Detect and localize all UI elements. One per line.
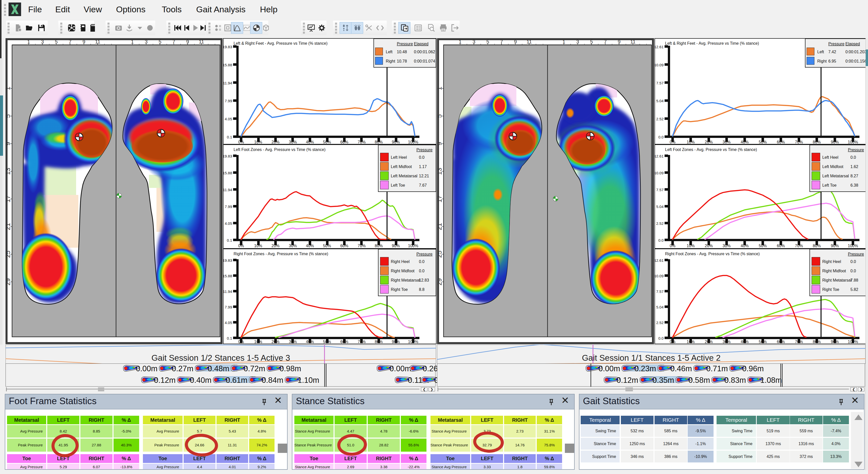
- svg-text:0.0: 0.0: [658, 135, 663, 139]
- svg-text:10%: 10%: [687, 140, 695, 144]
- svg-text:Right Metatarsal: Right Metatarsal: [822, 278, 852, 282]
- svg-text:Right: Right: [386, 59, 395, 63]
- svg-text:100%: 100%: [408, 340, 418, 344]
- svg-text:0%: 0%: [238, 140, 244, 144]
- svg-text:Gait Session 1/1 Stances 1-5: Gait Session 1/1 Stances 1-5 Active 2: [582, 353, 720, 362]
- svg-text:0.0: 0.0: [850, 269, 856, 273]
- svg-text:30%: 30%: [289, 244, 297, 248]
- svg-text:10%: 10%: [254, 140, 262, 144]
- svg-text:5.04: 5.04: [656, 204, 663, 209]
- svg-text:5.04: 5.04: [656, 99, 663, 103]
- svg-text:Left Metatarsal: Left Metatarsal: [822, 174, 849, 178]
- svg-text:7.67: 7.67: [419, 183, 427, 187]
- svg-text:Left Foot Zones - Avg. Pressur: Left Foot Zones - Avg. Pressure vs Time …: [234, 148, 326, 152]
- svg-text:20%: 20%: [705, 244, 713, 248]
- svg-text:5.04: 5.04: [656, 305, 663, 309]
- svg-text:19.83: 19.83: [223, 258, 232, 262]
- svg-text:30%: 30%: [722, 340, 731, 344]
- svg-text:0.1: 0.1: [227, 336, 232, 340]
- svg-text:0.0: 0.0: [419, 259, 425, 264]
- svg-text:Left Metatarsal: Left Metatarsal: [391, 174, 417, 178]
- svg-text:10%: 10%: [687, 244, 695, 248]
- svg-text:60%: 60%: [777, 340, 785, 344]
- svg-text:15.88: 15.88: [223, 63, 232, 67]
- svg-text:0.0: 0.0: [850, 155, 856, 159]
- svg-text:30%: 30%: [722, 244, 731, 248]
- svg-text:Left: Left: [386, 50, 393, 54]
- svg-text:7.42: 7.42: [828, 50, 836, 54]
- svg-text:0%: 0%: [238, 244, 244, 248]
- svg-text:0.0: 0.0: [419, 269, 425, 273]
- svg-text:0%: 0%: [238, 340, 244, 344]
- svg-text:Right Toe: Right Toe: [822, 287, 839, 292]
- svg-text:20%: 20%: [705, 140, 713, 144]
- svg-text:Left Toe: Left Toe: [391, 183, 405, 187]
- svg-text:0%: 0%: [670, 244, 675, 248]
- svg-text:100%: 100%: [848, 140, 858, 144]
- svg-text:Right Midfoot: Right Midfoot: [822, 269, 846, 273]
- svg-text:80%: 80%: [813, 140, 821, 144]
- svg-text:19.83: 19.83: [223, 45, 232, 49]
- svg-text:50%: 50%: [759, 140, 767, 144]
- svg-text:100%: 100%: [848, 340, 858, 344]
- svg-text:40%: 40%: [741, 340, 749, 344]
- svg-text:Left Toe: Left Toe: [822, 183, 837, 187]
- svg-text:90%: 90%: [392, 244, 400, 248]
- svg-text:90%: 90%: [831, 140, 839, 144]
- svg-text:Right: Right: [817, 59, 827, 63]
- svg-text:0.0: 0.0: [658, 238, 663, 243]
- svg-text:70%: 70%: [358, 140, 366, 144]
- svg-text:15.88: 15.88: [223, 274, 232, 278]
- svg-text:0%: 0%: [670, 340, 675, 344]
- svg-text:10.09: 10.09: [654, 274, 663, 278]
- svg-text:10.48: 10.48: [397, 50, 407, 54]
- svg-text:0:00:01.203: 0:00:01.203: [845, 50, 867, 54]
- svg-text:60%: 60%: [777, 244, 785, 248]
- svg-text:12.83: 12.83: [419, 278, 429, 282]
- svg-text:7.57: 7.57: [656, 188, 663, 192]
- svg-text:7.99: 7.99: [225, 305, 232, 309]
- svg-text:0:00:01.074: 0:00:01.074: [414, 59, 435, 63]
- svg-text:Elapsed: Elapsed: [414, 42, 429, 46]
- svg-text:2.52: 2.52: [656, 221, 663, 226]
- svg-text:50%: 50%: [323, 244, 331, 248]
- svg-text:10%: 10%: [687, 340, 695, 344]
- svg-text:Left & Right Feet - Avg. Press: Left & Right Feet - Avg. Pressure vs Tim…: [665, 41, 759, 45]
- svg-text:8.8: 8.8: [419, 287, 425, 292]
- svg-text:10%: 10%: [254, 340, 262, 344]
- svg-text:15.88: 15.88: [223, 171, 232, 175]
- svg-text:0.0: 0.0: [658, 336, 663, 340]
- svg-text:70%: 70%: [358, 340, 366, 344]
- svg-text:6.95: 6.95: [828, 59, 836, 63]
- svg-text:Left Midfoot: Left Midfoot: [391, 164, 412, 169]
- svg-text:90%: 90%: [392, 340, 400, 344]
- svg-text:0:00:01.156: 0:00:01.156: [845, 59, 867, 63]
- svg-text:20%: 20%: [272, 140, 280, 144]
- svg-text:6.38: 6.38: [850, 183, 858, 187]
- svg-text:2.52: 2.52: [656, 320, 663, 325]
- svg-text:7.57: 7.57: [656, 289, 663, 294]
- svg-text:7.99: 7.99: [225, 99, 232, 103]
- svg-text:60%: 60%: [777, 140, 785, 144]
- svg-text:Pressure: Pressure: [416, 148, 433, 152]
- svg-text:Right Toe: Right Toe: [391, 287, 408, 292]
- svg-text:0.1: 0.1: [227, 238, 232, 243]
- svg-text:4.05: 4.05: [225, 117, 232, 121]
- svg-text:10.09: 10.09: [654, 63, 663, 67]
- svg-text:Pressure: Pressure: [828, 42, 844, 46]
- svg-text:11.94: 11.94: [223, 188, 232, 192]
- svg-text:Left: Left: [817, 50, 824, 54]
- svg-text:2.52: 2.52: [656, 117, 663, 121]
- svg-text:4.05: 4.05: [225, 320, 232, 325]
- svg-text:Left Heel: Left Heel: [391, 155, 407, 159]
- svg-text:Right Midfoot: Right Midfoot: [391, 269, 415, 273]
- svg-text:19.83: 19.83: [223, 154, 232, 158]
- svg-text:100%: 100%: [848, 244, 858, 248]
- svg-text:Elapsed: Elapsed: [845, 42, 860, 46]
- svg-text:Left Heel: Left Heel: [822, 155, 838, 159]
- svg-text:4.05: 4.05: [225, 221, 232, 226]
- svg-text:10%: 10%: [254, 244, 262, 248]
- svg-text:12.61: 12.61: [654, 45, 663, 49]
- svg-text:12.21: 12.21: [419, 174, 429, 178]
- svg-text:12.61: 12.61: [654, 154, 663, 158]
